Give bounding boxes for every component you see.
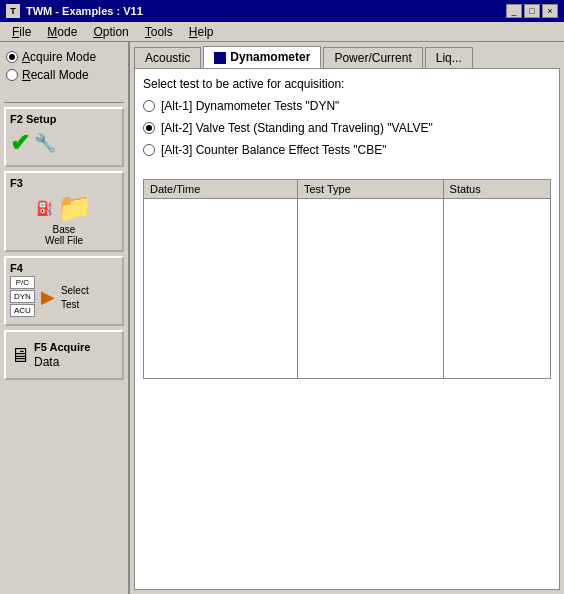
minimize-button[interactable]: _ [506,4,522,18]
col-status: Status [443,180,550,199]
close-button[interactable]: × [542,4,558,18]
f5-sub-label: Data [34,355,90,369]
card-pc: P/C [10,276,35,289]
col-test-type: Test Type [297,180,443,199]
main-layout: Acquire Mode Recall Mode F2 Setup ✔ 🔧 F3… [0,42,564,594]
acquire-mode-radio[interactable]: Acquire Mode [6,50,122,64]
f3-label: F3 [10,177,23,189]
f5-label: F5 Acquire [34,341,90,353]
option-alt1-radio [143,100,155,112]
window-title: TWM - Examples : V11 [26,5,143,17]
option-alt3[interactable]: [Alt-3] Counter Balance Effect Tests "CB… [143,143,551,157]
checkmark-icon: ✔ [10,129,30,157]
sidebar: Acquire Mode Recall Mode F2 Setup ✔ 🔧 F3… [0,42,130,594]
f4-cards: P/C DYN ACU [10,276,35,317]
test-option-group: [Alt-1] Dynamometer Tests "DYN" [Alt-2] … [143,99,551,165]
panel-title: Select test to be active for acquisition… [143,77,551,91]
tab-bar: Acoustic Dynamometer Power/Current Liq..… [134,46,560,68]
option-alt2[interactable]: [Alt-2] Valve Test (Standing and Traveli… [143,121,551,135]
f2-icon-area: ✔ 🔧 [10,129,56,157]
acquire-mode-radio-circle [6,51,18,63]
f3-base-well-file-button[interactable]: F3 ⛽ 📁 BaseWell File [4,171,124,252]
f4-content: P/C DYN ACU ▶ SelectTest [10,276,89,317]
f3-sub-label: BaseWell File [45,224,83,246]
tools-icon: 🔧 [34,132,56,154]
menu-file[interactable]: File [4,23,39,41]
menu-help[interactable]: Help [181,23,222,41]
card-dyn: DYN [10,290,35,303]
acquire-mode-label: Acquire Mode [22,50,96,64]
recall-mode-radio-circle [6,69,18,81]
tab-power-current[interactable]: Power/Current [323,47,422,68]
recall-mode-radio[interactable]: Recall Mode [6,68,122,82]
f5-text-area: F5 Acquire Data [34,341,90,369]
sidebar-divider-1 [4,102,124,103]
mode-radio-group: Acquire Mode Recall Mode [4,46,124,90]
option-alt1-label: [Alt-1] Dynamometer Tests "DYN" [161,99,339,113]
maximize-button[interactable]: □ [524,4,540,18]
arrow-right-icon: ▶ [41,286,55,308]
option-alt3-label: [Alt-3] Counter Balance Effect Tests "CB… [161,143,387,157]
option-alt2-radio [143,122,155,134]
computer-icon: 🖥 [10,344,30,367]
tab-liquid[interactable]: Liq... [425,47,473,68]
tab-active-indicator [214,52,226,64]
option-alt1[interactable]: [Alt-1] Dynamometer Tests "DYN" [143,99,551,113]
menu-mode[interactable]: Mode [39,23,85,41]
results-table: Date/Time Test Type Status [143,179,551,379]
f5-acquire-data-button[interactable]: 🖥 F5 Acquire Data [4,330,124,380]
menu-tools[interactable]: Tools [137,23,181,41]
tab-dynamometer[interactable]: Dynamometer [203,46,321,68]
f2-label: F2 Setup [10,113,56,125]
menu-option[interactable]: Option [85,23,136,41]
col-datetime: Date/Time [144,180,298,199]
f4-label: F4 [10,262,23,274]
app-icon: T [6,4,20,18]
f2-setup-button[interactable]: F2 Setup ✔ 🔧 [4,107,124,167]
menu-bar: File Mode Option Tools Help [0,22,564,42]
content-area: Acoustic Dynamometer Power/Current Liq..… [130,42,564,594]
title-bar: T TWM - Examples : V11 _ □ × [0,0,564,22]
option-alt2-label: [Alt-2] Valve Test (Standing and Traveli… [161,121,433,135]
window-controls: _ □ × [506,4,558,18]
table-row-empty [144,199,551,379]
f3-content: ⛽ 📁 BaseWell File [10,191,118,246]
option-alt3-radio [143,144,155,156]
recall-mode-label: Recall Mode [22,68,89,82]
tab-acoustic[interactable]: Acoustic [134,47,201,68]
dynamometer-panel: Select test to be active for acquisition… [134,68,560,590]
f4-sub-label: SelectTest [61,285,89,310]
pump-icon: ⛽ [36,200,53,216]
f4-select-test-button[interactable]: F4 P/C DYN ACU ▶ SelectTest [4,256,124,326]
folder-icon: 📁 [57,191,92,224]
card-acu: ACU [10,304,35,317]
